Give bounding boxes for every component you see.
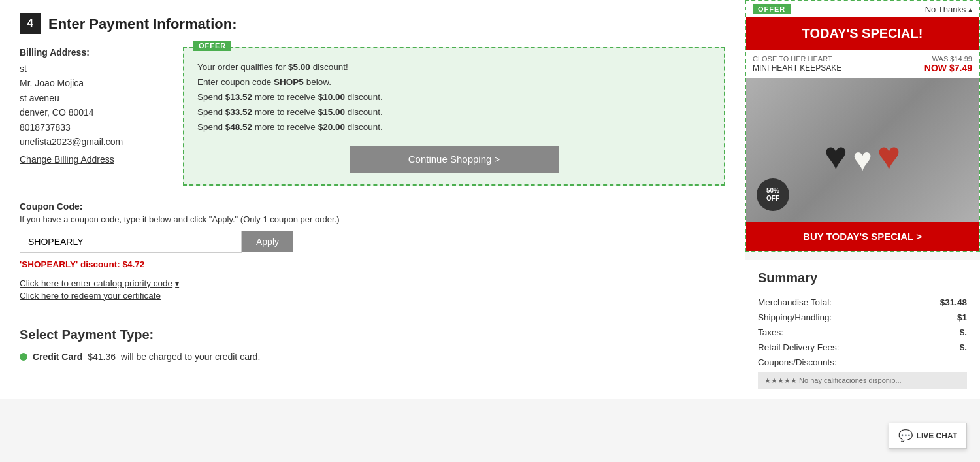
rating-text: No hay calificaciones disponib... — [799, 376, 902, 384]
credit-card-suffix: will be charged to your credit card. — [121, 352, 260, 362]
product-name: CLOSE TO HER HEART MINI HEART KEEPSAKE — [753, 54, 841, 74]
offer-box: OFFER Your order qualifies for $5.00 dis… — [183, 47, 725, 186]
rating-stars: ★★★★★ — [764, 376, 797, 384]
red-heart-icon: ♥ — [877, 133, 901, 178]
product-image: ♥ ♥ ♥ 50% OFF — [746, 78, 979, 222]
offer-line5-suffix: discount. — [345, 122, 383, 132]
credit-card-row: Credit Card $41.36 will be charged to yo… — [20, 352, 725, 362]
step-header: 4 Enter Payment Information: — [20, 13, 725, 34]
main-content: 4 Enter Payment Information: Billing Add… — [0, 0, 745, 399]
offer-receive3: $20.00 — [318, 122, 345, 132]
billing-phone: 8018737833 — [20, 120, 163, 135]
product-small-name: CLOSE TO HER HEART — [753, 54, 841, 63]
offer-line4-prefix: Spend — [197, 107, 225, 117]
coupon-label: Coupon Code: — [20, 201, 725, 212]
offer-top-header: OFFER No Thanks — [746, 1, 979, 17]
coupons-label: Coupons/Discounts: — [758, 357, 837, 367]
offer-discount1: $5.00 — [288, 62, 310, 72]
today-special-offer: OFFER No Thanks TODAY'S SPECIAL! CLOSE T… — [745, 0, 980, 252]
apply-button[interactable]: Apply — [242, 231, 293, 252]
summary-row-merchandise: Merchandise Total: $31.48 — [758, 295, 967, 310]
shipping-label: Shipping/Handling: — [758, 312, 832, 322]
chevron-up-icon — [968, 5, 972, 14]
offer-line3-suffix: discount. — [345, 92, 383, 102]
badge-50-line1: 50% — [766, 187, 779, 195]
offer-badge: OFFER — [193, 41, 231, 51]
continue-shopping-button[interactable]: Continue Shopping > — [350, 146, 559, 173]
billing-offer-section: Billing Address: st Mr. Joao Mojica st a… — [20, 47, 725, 186]
divider — [20, 314, 725, 314]
coupon-section: Coupon Code: If you have a coupon code, … — [20, 201, 725, 301]
offer-spend3: $48.52 — [225, 122, 252, 132]
product-info: CLOSE TO HER HEART MINI HEART KEEPSAKE W… — [746, 50, 979, 78]
price-info: WAS $14.99 NOW $7.49 — [924, 55, 972, 73]
catalog-link-text: Click here to enter catalog priority cod… — [20, 278, 172, 288]
offer-line2-suffix: below. — [304, 77, 331, 87]
summary-row-shipping: Shipping/Handling: $1 — [758, 310, 967, 325]
shipping-amount: $1 — [957, 312, 967, 322]
fifty-percent-badge: 50% OFF — [757, 178, 789, 211]
summary-row-delivery: Retail Delivery Fees: $. — [758, 340, 967, 355]
buy-today-button[interactable]: BUY TODAY'S SPECIAL > — [746, 222, 979, 251]
summary-row-taxes: Taxes: $. — [758, 325, 967, 340]
coupon-instruction: If you have a coupon code, type it below… — [20, 214, 725, 224]
catalog-priority-link[interactable]: Click here to enter catalog priority cod… — [20, 278, 179, 288]
sidebar-offer-badge: OFFER — [753, 4, 791, 14]
coupon-row: Apply — [20, 231, 725, 253]
billing-salutation: st — [20, 61, 163, 76]
offer-line1-prefix: Your order qualifies for — [197, 62, 288, 72]
now-label: NOW — [924, 63, 947, 73]
payment-type-section: Select Payment Type: Credit Card $41.36 … — [20, 327, 725, 362]
billing-street: st aveneu — [20, 91, 163, 105]
billing-email: unefista2023@gmail.com — [20, 135, 163, 149]
billing-address: Billing Address: st Mr. Joao Mojica st a… — [20, 47, 163, 165]
offer-text: Your order qualifies for $5.00 discount!… — [197, 60, 711, 173]
payment-type-title: Select Payment Type: — [20, 327, 725, 342]
heart-shapes: ♥ ♥ ♥ — [825, 120, 901, 178]
offer-line3-mid: more to receive — [252, 92, 318, 102]
offer-spend2: $33.52 — [225, 107, 252, 117]
discount-message: 'SHOPEARLY' discount: $4.72 — [20, 259, 725, 269]
black-heart-icon: ♥ — [825, 133, 848, 178]
change-billing-link[interactable]: Change Billing Address — [20, 154, 114, 165]
offer-line1-suffix: discount! — [310, 62, 348, 72]
step-number: 4 — [20, 13, 41, 34]
product-full-name: MINI HEART KEEPSAKE — [753, 63, 841, 74]
merchandise-label: Merchandise Total: — [758, 297, 832, 307]
billing-name: Mr. Joao Mojica — [20, 76, 163, 90]
billing-city-state: denver, CO 80014 — [20, 105, 163, 120]
chevron-down-icon — [175, 278, 179, 288]
billing-label: Billing Address: — [20, 47, 163, 58]
credit-card-amount: $41.36 — [88, 352, 116, 362]
taxes-label: Taxes: — [758, 327, 783, 337]
offer-line5-prefix: Spend — [197, 122, 225, 132]
offer-receive2: $15.00 — [318, 107, 345, 117]
badge-50-line2: OFF — [766, 195, 779, 203]
offer-line5-mid: more to receive — [252, 122, 318, 132]
offer-line2-prefix: Enter coupon code — [197, 77, 274, 87]
offer-receive1: $10.00 — [318, 92, 345, 102]
taxes-amount: $. — [960, 327, 967, 337]
offer-line3-prefix: Spend — [197, 92, 225, 102]
delivery-label: Retail Delivery Fees: — [758, 342, 840, 352]
summary-row-coupons: Coupons/Discounts: — [758, 355, 967, 370]
credit-card-label: Credit Card — [33, 352, 82, 362]
no-thanks-button[interactable]: No Thanks — [925, 5, 972, 14]
redeem-certificate-link[interactable]: Click here to redeem your certificate — [20, 291, 725, 301]
right-sidebar: OFFER No Thanks TODAY'S SPECIAL! CLOSE T… — [745, 0, 980, 399]
offer-line4-mid: more to receive — [252, 107, 318, 117]
merchandise-amount: $31.48 — [940, 297, 967, 307]
today-special-header: TODAY'S SPECIAL! — [746, 17, 979, 50]
white-heart-icon: ♥ — [853, 140, 872, 178]
offer-line4-suffix: discount. — [345, 107, 383, 117]
offer-code: SHOP5 — [274, 77, 304, 87]
coupon-input[interactable] — [20, 231, 242, 253]
page-title: Enter Payment Information: — [48, 13, 237, 33]
now-price: NOW $7.49 — [924, 63, 972, 73]
offer-spend1: $13.52 — [225, 92, 252, 102]
delivery-amount: $. — [960, 342, 967, 352]
now-price-value: $7.49 — [949, 63, 972, 73]
was-price: WAS $14.99 — [924, 55, 972, 63]
green-dot-icon — [20, 353, 27, 361]
rating-bar: ★★★★★ No hay calificaciones disponib... — [758, 372, 967, 389]
